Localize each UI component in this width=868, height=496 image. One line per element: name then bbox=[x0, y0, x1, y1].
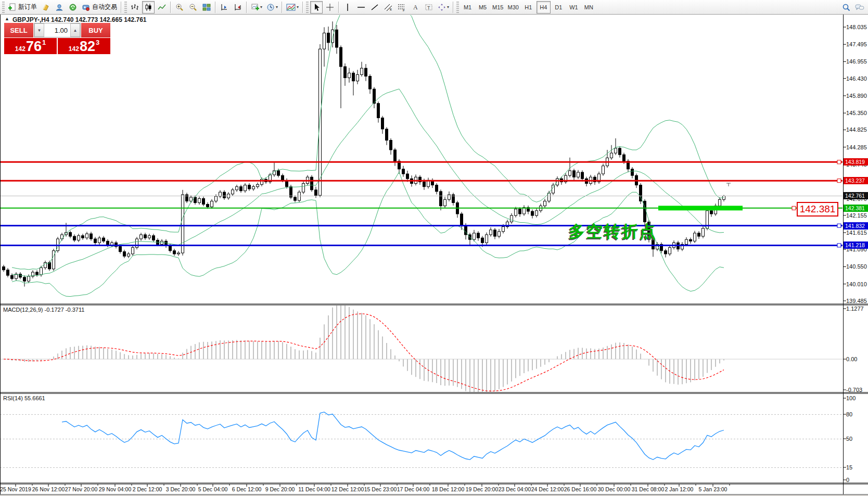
chart-title: GBPJPY-,H4 142.740 142.773 142.665 142.7… bbox=[12, 16, 147, 23]
rsi-tick-label: 80 bbox=[846, 411, 852, 418]
price-tick-label: 145.350 bbox=[846, 109, 867, 117]
hline-handle[interactable] bbox=[837, 179, 841, 183]
macd-label: MACD(12,26,9) -0.1727 -0.3711 bbox=[3, 307, 84, 313]
sell-price-sup: 1 bbox=[42, 39, 46, 46]
price-tick-label: 146.430 bbox=[846, 75, 867, 82]
buy-button[interactable]: BUY bbox=[81, 23, 110, 37]
macd-tick-label: 1.1277 bbox=[846, 305, 864, 312]
buy-price-big: 82 bbox=[80, 40, 95, 54]
volume-up-button[interactable]: ▲ bbox=[70, 23, 80, 37]
time-tick-label: 5 Dec 04:00 bbox=[198, 486, 228, 492]
price-tick-label: 146.955 bbox=[846, 58, 867, 65]
one-click-trading-panel: SELL ▼ 1.00 ▲ BUY 142 76 1 142 82 3 bbox=[4, 23, 110, 54]
time-tick-label: 30 Dec 00:00 bbox=[598, 486, 630, 492]
volume-input[interactable]: 1.00 bbox=[44, 23, 70, 37]
price-tick-label: 144.285 bbox=[846, 144, 867, 151]
time-tick-label: 2 Jan 12:00 bbox=[665, 486, 694, 492]
hline-handle[interactable] bbox=[837, 224, 841, 227]
time-tick-label: 27 Nov 20:00 bbox=[65, 486, 97, 492]
hline-handle[interactable] bbox=[837, 244, 841, 247]
hline-handle[interactable] bbox=[837, 160, 841, 164]
rsi-tick-label: 100 bbox=[846, 395, 856, 402]
time-tick-label: 23 Dec 04:00 bbox=[499, 486, 531, 492]
rsi-label: RSI(14) 55.6661 bbox=[3, 395, 45, 401]
rsi-tick-label: 0 bbox=[846, 476, 849, 484]
volume-box: ▼ 1.00 ▲ bbox=[34, 23, 81, 37]
rsi-tick-label: 50 bbox=[846, 435, 852, 442]
time-tick-label: 25 Nov 2019 bbox=[0, 486, 31, 492]
price-tag-141.218: 141.218 bbox=[844, 241, 868, 249]
macd-value-main: -0.1727 bbox=[44, 307, 63, 313]
time-tick-label: 24 Dec 12:00 bbox=[531, 486, 564, 492]
macd-tick-label: -0.703 bbox=[846, 386, 862, 393]
price-tick-label: 142.155 bbox=[846, 212, 867, 219]
price-tag-141.832: 141.832 bbox=[844, 222, 868, 230]
price-tick-label: 141.615 bbox=[846, 229, 867, 236]
sell-button[interactable]: SELL bbox=[4, 23, 33, 37]
hline-handle[interactable] bbox=[792, 206, 796, 210]
time-tick-label: 15 Dec 23:00 bbox=[364, 486, 397, 492]
price-tag-142.381: 142.381 bbox=[844, 205, 868, 212]
price-tag-142.761: 142.761 bbox=[844, 192, 868, 199]
time-tick-label: 2 Dec 12:00 bbox=[133, 486, 162, 492]
buy-price-display[interactable]: 142 82 3 bbox=[58, 38, 110, 54]
time-tick-label: 6 Dec 12:00 bbox=[232, 486, 262, 492]
time-tick-label: 29 Nov 04:00 bbox=[99, 486, 131, 492]
price-tick-label: 139.485 bbox=[846, 297, 867, 304]
macd-tick-label: 0.00 bbox=[846, 355, 857, 363]
chart-canvas[interactable] bbox=[0, 0, 868, 496]
price-tick-label: 140.010 bbox=[846, 281, 867, 288]
time-tick-label: 26 Dec 16:00 bbox=[564, 486, 596, 492]
time-tick-label: 26 Nov 12:00 bbox=[32, 486, 65, 492]
time-tick-label: 17 Dec 04:00 bbox=[397, 486, 429, 492]
time-tick-label: 3 Dec 20:00 bbox=[166, 486, 196, 492]
hline-thick-segment[interactable] bbox=[658, 206, 743, 210]
time-tick-label: 19 Dec 20:00 bbox=[466, 486, 498, 492]
price-tick-label: 140.550 bbox=[846, 263, 867, 270]
price-tick-label: 147.495 bbox=[846, 41, 867, 48]
oneclick-collapse-toggle[interactable]: ▲ bbox=[5, 16, 9, 21]
price-tick-label: 144.825 bbox=[846, 126, 867, 133]
rsi-value: 55.6661 bbox=[24, 395, 45, 401]
buy-price-small: 142 bbox=[69, 45, 79, 53]
time-tick-label: 31 Dec 08:00 bbox=[632, 486, 664, 492]
rsi-tick-label: 15 bbox=[846, 464, 852, 471]
sell-price-small: 142 bbox=[15, 45, 25, 53]
time-tick-label: 12 Dec 12:00 bbox=[331, 486, 364, 492]
time-tick-label: 11 Dec 04:00 bbox=[298, 486, 330, 492]
price-tag-143.819: 143.819 bbox=[844, 158, 868, 166]
time-tick-label: 5 Jan 23:00 bbox=[699, 486, 727, 492]
volume-down-button[interactable]: ▼ bbox=[34, 23, 44, 37]
macd-value-signal: -0.3711 bbox=[66, 307, 85, 313]
annotation-text[interactable]: 多空转折点 bbox=[569, 221, 657, 243]
time-tick-label: 18 Dec 12:00 bbox=[432, 486, 464, 492]
price-tick-label: 148.035 bbox=[846, 23, 867, 31]
sell-price-big: 76 bbox=[26, 40, 42, 54]
sell-price-display[interactable]: 142 76 1 bbox=[4, 38, 57, 54]
time-tick-label: 9 Dec 20:00 bbox=[265, 486, 295, 492]
price-tick-label: 145.890 bbox=[846, 92, 867, 99]
price-tag-143.237: 143.237 bbox=[844, 177, 868, 184]
price-flag-label[interactable]: 142.381 bbox=[797, 202, 838, 217]
buy-price-sup: 3 bbox=[96, 39, 99, 46]
